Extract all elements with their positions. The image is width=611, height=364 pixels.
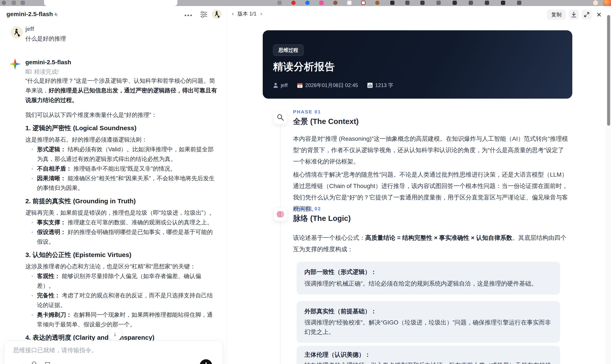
browser-menu-icon[interactable] xyxy=(21,1,25,5)
card-body: 转向推理者的心理特征。引入奥卡姆剃刀和反向论证，旨在克服人类（或机器）天然存在的… xyxy=(305,360,552,364)
browser-active-tab[interactable] xyxy=(44,0,177,6)
section-lead-3: 这涉及推理者的心态和方法论，也是区分“杠精”和“思想家”的关键： xyxy=(25,262,218,271)
bookmark-icon[interactable] xyxy=(44,362,51,364)
section-lead-1: 这是推理的基石。好的推理必须遵循逻辑法则： xyxy=(25,135,218,145)
meta-word-count: 1213 字 xyxy=(367,82,393,89)
scroll-to-bottom-button[interactable]: ↓ xyxy=(108,327,122,341)
section-title-1: 1. 逻辑的严密性 (Logical Soundness) xyxy=(25,124,218,132)
extension-icon[interactable] xyxy=(277,1,282,5)
list-item: 不自相矛盾： 推理链条中不能出现“既是又非”的情况。 xyxy=(25,164,218,174)
avatar xyxy=(11,26,23,39)
extension-icon[interactable] xyxy=(347,1,351,5)
extension-icon[interactable] xyxy=(469,1,473,5)
artifact-panel: ‹ 版本 1/1 › 复制 ✕ 思维过程 精读分析报告 xyxy=(227,6,611,364)
extension-icon[interactable] xyxy=(501,1,505,5)
section-title-3: 3. 认知的公正性 (Epistemic Virtues) xyxy=(25,250,218,259)
new-chat-button[interactable]: + xyxy=(54,10,58,18)
list-item: 假设透明： 好的推理会明确指明哪些是已知事实，哪些是基于可能的假设。 xyxy=(25,227,218,247)
extension-icon[interactable] xyxy=(375,1,379,5)
card-title: 外部真实性（前提基础）： xyxy=(305,307,552,316)
fullscreen-button[interactable] xyxy=(582,10,592,20)
model-selector[interactable]: gemini-2.5-flash⌄ xyxy=(6,11,59,18)
calendar-icon: 17 xyxy=(297,82,303,88)
extension-icon[interactable] xyxy=(390,1,395,5)
extension-icon[interactable] xyxy=(333,1,338,5)
bullet-list: 事实支撑： 推理建立在可靠的数据、准确的观测或公认的真理之上。 假设透明： 好的… xyxy=(25,218,218,247)
extension-icon[interactable] xyxy=(517,1,521,5)
divider xyxy=(23,363,24,364)
phase2-section: PHASE 02 脉络 (The Logic) 该论述基于一个核心公式：高质量结… xyxy=(293,206,569,364)
report-title: 精读分析报告 xyxy=(273,60,335,74)
list-item: 因果清晰： 能准确区分“相关性”和“因果关系”，不会轻率地将先后发生的事情归为因… xyxy=(25,174,218,193)
logic-card-agent-ethics: 主体伦理（认识美德）： 转向推理者的心理特征。引入奥卡姆剃刀和反向论证，旨在克服… xyxy=(297,346,560,364)
phase1-section: PHASE 01 全景 (The Context) 本内容是对“推理 (Reas… xyxy=(293,109,569,214)
browser-grid-icon[interactable] xyxy=(12,1,16,5)
card-title: 主体伦理（认识美德）： xyxy=(305,351,552,359)
brain-icon xyxy=(277,211,284,218)
assistant-name: gemini-2.5-flash xyxy=(25,59,71,66)
phase1-paragraph: 本内容是对“推理 (Reasoning)”这一抽象概念的高层建模。在知识爆炸与人… xyxy=(293,133,569,167)
report-header-card: 思维过程 精读分析报告 jeff 17 2026年01月08日 xyxy=(263,30,572,99)
section-lead-2: 逻辑再完美，如果前提是错误的，推理也是垃圾（即“垃圾进，垃圾出”）。 xyxy=(25,208,218,218)
section-title-2: 2. 前提的真实性 (Grounding in Truth) xyxy=(25,197,218,205)
phase1-icon-box xyxy=(273,110,287,124)
download-icon xyxy=(571,12,577,18)
arrow-down-icon: ↓ xyxy=(114,330,117,338)
phase2-title: 脉络 (The Logic) xyxy=(293,213,569,223)
extension-icon[interactable] xyxy=(361,1,365,5)
user-message: 什么是好的推理 xyxy=(25,35,66,42)
card-body: 强调推理的“经验校准”。解决“GIGO（垃圾进，垃圾出）”问题，确保推理引擎运行… xyxy=(305,318,552,337)
phase-timeline xyxy=(280,122,280,364)
phase1-label: PHASE 01 xyxy=(293,109,569,115)
extension-icon[interactable] xyxy=(319,1,324,5)
reply-intro2: 我们可以从以下四个维度来衡量什么是“好的推理”： xyxy=(25,110,218,120)
phase2-icon-box xyxy=(273,207,287,221)
prev-version-button[interactable]: ‹ xyxy=(232,11,234,17)
voice-input-button[interactable] xyxy=(200,359,212,364)
list-item: 奥卡姆剃刀： 在解释同一个现象时，如果两种推理都能站得住脚，通常倾向于最简单、假… xyxy=(25,310,218,329)
person-icon xyxy=(273,82,278,88)
magnifier-icon xyxy=(277,114,284,121)
meta-author: jeff xyxy=(273,82,288,88)
browser-profile-avatar[interactable] xyxy=(593,0,598,5)
next-version-button[interactable]: › xyxy=(260,11,262,17)
extension-icon[interactable] xyxy=(452,1,457,5)
phase2-label: PHASE 02 xyxy=(293,206,569,212)
meta-datetime: 17 2026年01月08日 02:45 xyxy=(297,82,358,89)
download-button[interactable] xyxy=(569,10,579,20)
bullet-list: 客观性： 能够识别并尽量排除个人偏见（如幸存者偏差、确认偏差）。 完备性： 考虑… xyxy=(25,271,218,329)
message-input[interactable] xyxy=(13,347,207,354)
sparkle-diamonds-icon[interactable] xyxy=(30,361,38,364)
list-item: 事实支撑： 推理建立在可靠的数据、准确的观测或公认的真理之上。 xyxy=(25,218,218,227)
assistant-status-text: 精读完成! xyxy=(34,68,59,76)
assistant-status: 精读完成! xyxy=(25,68,59,76)
browser-toolbar-strip xyxy=(0,0,611,6)
reply-intro: “什么是好的推理？”这是一个涉及逻辑学、认知科学和哲学核心的问题。简单来说，好的… xyxy=(25,76,218,105)
phase2-intro: 该论述基于一个核心公式：高质量结论 = 结构完整性 × 事实准确性 × 认知自律… xyxy=(293,232,569,255)
report-badge: 思维过程 xyxy=(273,44,304,56)
user-avatar[interactable] xyxy=(212,10,221,19)
extension-icon[interactable] xyxy=(485,1,489,5)
bullet-list: 形式逻辑： 结构必须有效（Valid）。比如演绎推理中，如果前提全部为真，那么通… xyxy=(25,145,218,193)
extension-icon[interactable] xyxy=(305,1,310,5)
settings-sliders-icon[interactable] xyxy=(200,11,208,18)
list-item: 完备性： 考虑了对立的观点和潜在的反证，而不是只选择支持自己结论的证据。 xyxy=(25,291,218,310)
user-name: jeff xyxy=(25,26,34,32)
more-options-button[interactable]: ••• xyxy=(185,12,193,19)
browser-back-icon[interactable] xyxy=(2,1,6,5)
extension-icon[interactable] xyxy=(405,1,410,5)
extension-icon[interactable] xyxy=(420,1,425,5)
scrollbar-thumb[interactable] xyxy=(607,15,610,126)
copy-button[interactable]: 复制 xyxy=(547,10,566,20)
attach-plus-button[interactable]: + xyxy=(13,362,17,364)
logic-card-internal-consistency: 内部一致性（形式逻辑）： 强调推理的“机械正确”。结论必须在给定的规则系统内逻辑… xyxy=(297,262,560,295)
svg-text:17: 17 xyxy=(298,85,301,88)
extension-icon[interactable] xyxy=(291,1,296,5)
card-title: 内部一致性（形式逻辑）： xyxy=(305,268,552,276)
logic-card-external-truth: 外部真实性（前提基础）： 强调推理的“经验校准”。解决“GIGO（垃圾进，垃圾出… xyxy=(297,301,560,343)
close-button[interactable]: ✕ xyxy=(595,10,603,20)
expand-icon xyxy=(584,12,590,18)
extension-icon[interactable] xyxy=(437,1,441,5)
card-body: 强调推理的“机械正确”。结论必须在给定的规则系统内逻辑自洽，这是推理的硬件基础。 xyxy=(305,278,552,289)
report-meta: jeff 17 2026年01月08日 02:45 xyxy=(273,82,393,89)
